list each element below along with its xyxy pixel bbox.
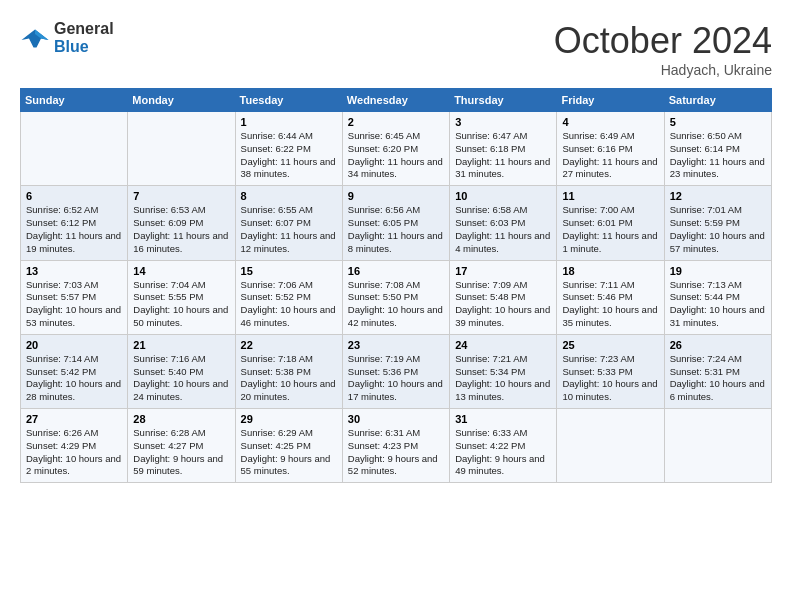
calendar-week-row: 27Sunrise: 6:26 AM Sunset: 4:29 PM Dayli… <box>21 409 772 483</box>
day-number: 7 <box>133 190 229 202</box>
day-number: 27 <box>26 413 122 425</box>
title-block: October 2024 Hadyach, Ukraine <box>554 20 772 78</box>
day-info: Sunrise: 7:11 AM Sunset: 5:46 PM Dayligh… <box>562 279 658 330</box>
weekday-header: Friday <box>557 89 664 112</box>
calendar-cell: 17Sunrise: 7:09 AM Sunset: 5:48 PM Dayli… <box>450 260 557 334</box>
day-number: 9 <box>348 190 444 202</box>
day-info: Sunrise: 6:52 AM Sunset: 6:12 PM Dayligh… <box>26 204 122 255</box>
logo-bird-icon <box>20 26 50 51</box>
calendar-week-row: 20Sunrise: 7:14 AM Sunset: 5:42 PM Dayli… <box>21 334 772 408</box>
calendar-cell: 27Sunrise: 6:26 AM Sunset: 4:29 PM Dayli… <box>21 409 128 483</box>
calendar-week-row: 1Sunrise: 6:44 AM Sunset: 6:22 PM Daylig… <box>21 112 772 186</box>
day-number: 13 <box>26 265 122 277</box>
day-info: Sunrise: 7:19 AM Sunset: 5:36 PM Dayligh… <box>348 353 444 404</box>
day-info: Sunrise: 7:23 AM Sunset: 5:33 PM Dayligh… <box>562 353 658 404</box>
calendar-cell: 12Sunrise: 7:01 AM Sunset: 5:59 PM Dayli… <box>664 186 771 260</box>
calendar-cell: 3Sunrise: 6:47 AM Sunset: 6:18 PM Daylig… <box>450 112 557 186</box>
day-info: Sunrise: 7:21 AM Sunset: 5:34 PM Dayligh… <box>455 353 551 404</box>
day-info: Sunrise: 7:18 AM Sunset: 5:38 PM Dayligh… <box>241 353 337 404</box>
day-info: Sunrise: 6:47 AM Sunset: 6:18 PM Dayligh… <box>455 130 551 181</box>
day-number: 5 <box>670 116 766 128</box>
day-number: 6 <box>26 190 122 202</box>
day-info: Sunrise: 6:53 AM Sunset: 6:09 PM Dayligh… <box>133 204 229 255</box>
day-number: 8 <box>241 190 337 202</box>
day-number: 14 <box>133 265 229 277</box>
header: General Blue October 2024 Hadyach, Ukrai… <box>20 20 772 78</box>
day-number: 23 <box>348 339 444 351</box>
weekday-header: Wednesday <box>342 89 449 112</box>
day-number: 29 <box>241 413 337 425</box>
calendar-cell: 19Sunrise: 7:13 AM Sunset: 5:44 PM Dayli… <box>664 260 771 334</box>
calendar-cell: 2Sunrise: 6:45 AM Sunset: 6:20 PM Daylig… <box>342 112 449 186</box>
logo: General Blue <box>20 20 114 56</box>
day-number: 17 <box>455 265 551 277</box>
day-info: Sunrise: 6:55 AM Sunset: 6:07 PM Dayligh… <box>241 204 337 255</box>
weekday-header: Tuesday <box>235 89 342 112</box>
day-info: Sunrise: 6:33 AM Sunset: 4:22 PM Dayligh… <box>455 427 551 478</box>
calendar-cell: 9Sunrise: 6:56 AM Sunset: 6:05 PM Daylig… <box>342 186 449 260</box>
calendar-header: SundayMondayTuesdayWednesdayThursdayFrid… <box>21 89 772 112</box>
day-number: 4 <box>562 116 658 128</box>
day-info: Sunrise: 7:14 AM Sunset: 5:42 PM Dayligh… <box>26 353 122 404</box>
calendar-cell: 15Sunrise: 7:06 AM Sunset: 5:52 PM Dayli… <box>235 260 342 334</box>
day-info: Sunrise: 6:50 AM Sunset: 6:14 PM Dayligh… <box>670 130 766 181</box>
day-number: 18 <box>562 265 658 277</box>
day-number: 15 <box>241 265 337 277</box>
calendar-table: SundayMondayTuesdayWednesdayThursdayFrid… <box>20 88 772 483</box>
day-number: 25 <box>562 339 658 351</box>
calendar-body: 1Sunrise: 6:44 AM Sunset: 6:22 PM Daylig… <box>21 112 772 483</box>
day-number: 3 <box>455 116 551 128</box>
calendar-week-row: 6Sunrise: 6:52 AM Sunset: 6:12 PM Daylig… <box>21 186 772 260</box>
calendar-cell: 16Sunrise: 7:08 AM Sunset: 5:50 PM Dayli… <box>342 260 449 334</box>
day-number: 20 <box>26 339 122 351</box>
day-info: Sunrise: 6:29 AM Sunset: 4:25 PM Dayligh… <box>241 427 337 478</box>
day-info: Sunrise: 6:26 AM Sunset: 4:29 PM Dayligh… <box>26 427 122 478</box>
day-info: Sunrise: 7:04 AM Sunset: 5:55 PM Dayligh… <box>133 279 229 330</box>
page: General Blue October 2024 Hadyach, Ukrai… <box>0 0 792 612</box>
location-subtitle: Hadyach, Ukraine <box>554 62 772 78</box>
day-number: 22 <box>241 339 337 351</box>
day-number: 31 <box>455 413 551 425</box>
calendar-cell: 30Sunrise: 6:31 AM Sunset: 4:23 PM Dayli… <box>342 409 449 483</box>
day-info: Sunrise: 6:49 AM Sunset: 6:16 PM Dayligh… <box>562 130 658 181</box>
calendar-cell: 14Sunrise: 7:04 AM Sunset: 5:55 PM Dayli… <box>128 260 235 334</box>
weekday-header: Monday <box>128 89 235 112</box>
calendar-cell: 21Sunrise: 7:16 AM Sunset: 5:40 PM Dayli… <box>128 334 235 408</box>
day-info: Sunrise: 6:45 AM Sunset: 6:20 PM Dayligh… <box>348 130 444 181</box>
day-number: 10 <box>455 190 551 202</box>
calendar-cell: 6Sunrise: 6:52 AM Sunset: 6:12 PM Daylig… <box>21 186 128 260</box>
month-title: October 2024 <box>554 20 772 62</box>
calendar-cell <box>21 112 128 186</box>
calendar-cell: 13Sunrise: 7:03 AM Sunset: 5:57 PM Dayli… <box>21 260 128 334</box>
weekday-header: Saturday <box>664 89 771 112</box>
calendar-cell: 29Sunrise: 6:29 AM Sunset: 4:25 PM Dayli… <box>235 409 342 483</box>
day-info: Sunrise: 7:03 AM Sunset: 5:57 PM Dayligh… <box>26 279 122 330</box>
day-info: Sunrise: 6:28 AM Sunset: 4:27 PM Dayligh… <box>133 427 229 478</box>
calendar-cell: 23Sunrise: 7:19 AM Sunset: 5:36 PM Dayli… <box>342 334 449 408</box>
day-number: 30 <box>348 413 444 425</box>
calendar-cell <box>557 409 664 483</box>
day-number: 11 <box>562 190 658 202</box>
calendar-cell: 24Sunrise: 7:21 AM Sunset: 5:34 PM Dayli… <box>450 334 557 408</box>
calendar-week-row: 13Sunrise: 7:03 AM Sunset: 5:57 PM Dayli… <box>21 260 772 334</box>
day-info: Sunrise: 6:31 AM Sunset: 4:23 PM Dayligh… <box>348 427 444 478</box>
calendar-cell: 26Sunrise: 7:24 AM Sunset: 5:31 PM Dayli… <box>664 334 771 408</box>
day-number: 26 <box>670 339 766 351</box>
day-info: Sunrise: 7:09 AM Sunset: 5:48 PM Dayligh… <box>455 279 551 330</box>
day-info: Sunrise: 7:13 AM Sunset: 5:44 PM Dayligh… <box>670 279 766 330</box>
day-number: 24 <box>455 339 551 351</box>
day-number: 21 <box>133 339 229 351</box>
weekday-row: SundayMondayTuesdayWednesdayThursdayFrid… <box>21 89 772 112</box>
day-number: 2 <box>348 116 444 128</box>
day-info: Sunrise: 7:01 AM Sunset: 5:59 PM Dayligh… <box>670 204 766 255</box>
day-number: 16 <box>348 265 444 277</box>
day-info: Sunrise: 6:56 AM Sunset: 6:05 PM Dayligh… <box>348 204 444 255</box>
day-info: Sunrise: 6:44 AM Sunset: 6:22 PM Dayligh… <box>241 130 337 181</box>
day-number: 12 <box>670 190 766 202</box>
calendar-cell: 8Sunrise: 6:55 AM Sunset: 6:07 PM Daylig… <box>235 186 342 260</box>
calendar-cell: 31Sunrise: 6:33 AM Sunset: 4:22 PM Dayli… <box>450 409 557 483</box>
calendar-cell: 25Sunrise: 7:23 AM Sunset: 5:33 PM Dayli… <box>557 334 664 408</box>
calendar-cell: 7Sunrise: 6:53 AM Sunset: 6:09 PM Daylig… <box>128 186 235 260</box>
day-number: 1 <box>241 116 337 128</box>
calendar-cell <box>128 112 235 186</box>
